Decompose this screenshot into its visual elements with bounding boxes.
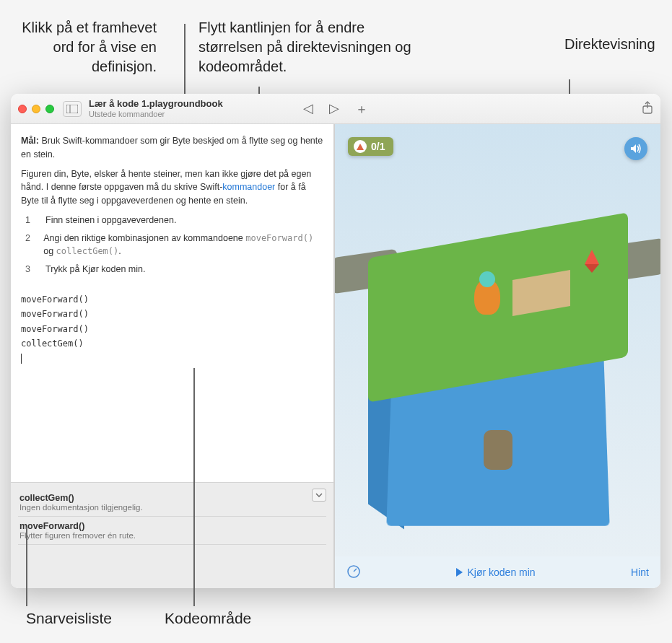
- hint-button[interactable]: Hint: [631, 567, 649, 578]
- game-world: [368, 206, 628, 517]
- run-code-button[interactable]: Kjør koden min: [456, 567, 535, 578]
- navigation-controls: ◁ ▷ ＋: [303, 100, 368, 118]
- glossary-link-kommandoer[interactable]: kommandoer: [222, 182, 275, 192]
- play-icon: [456, 568, 463, 577]
- live-view-bottom-bar: Kjør koden min Hint: [335, 556, 660, 588]
- code-editor[interactable]: moveForward() moveForward() moveForward(…: [11, 286, 333, 482]
- gem-counter: 0/1: [348, 137, 393, 156]
- callout-liveview: Direktevisning: [564, 35, 651, 54]
- gauge-icon: [346, 564, 361, 579]
- step-1: 1 Finn steinen i oppgaveverdenen.: [25, 214, 323, 227]
- waterfall-rock: [484, 430, 512, 470]
- text-cursor: [21, 354, 22, 364]
- minimize-button[interactable]: [32, 105, 40, 113]
- step-number: 3: [25, 263, 35, 276]
- code-line: collectGem(): [21, 336, 323, 351]
- callout-definition: Klikk på et framhevet ord for å vise en …: [12, 18, 157, 76]
- step-text: Angi den riktige kombinasjonen av komman…: [43, 232, 323, 259]
- shortcuts-toggle-button[interactable]: [312, 489, 326, 502]
- left-pane: Mål: Bruk Swift-kommandoer som gir Byte …: [11, 124, 335, 588]
- close-button[interactable]: [18, 105, 27, 113]
- code-token-collectgem: collectGem(): [56, 246, 119, 256]
- add-page-button[interactable]: ＋: [355, 100, 368, 118]
- goal-text: Bruk Swift-kommandoer som gir Byte beskj…: [21, 136, 323, 159]
- instructions-area: Mål: Bruk Swift-kommandoer som gir Byte …: [11, 124, 333, 286]
- shortcut-name: moveForward(): [19, 521, 325, 531]
- window-title: Lær å kode 1.playgroundbook: [89, 99, 223, 109]
- step-number: 1: [25, 214, 35, 227]
- code-cursor-line: [21, 351, 323, 365]
- window-controls: [18, 105, 54, 113]
- svg-marker-4: [631, 144, 636, 153]
- callout-resize: Flytt kantlinjen for å endre størrelsen …: [198, 18, 429, 76]
- code-token-moveforward: moveForward(): [245, 233, 313, 243]
- byte-character: [469, 271, 505, 322]
- character-head: [479, 271, 495, 287]
- svg-line-6: [354, 569, 357, 572]
- step-text: Finn steinen i oppgaveverdenen.: [45, 214, 176, 227]
- zoom-button[interactable]: [45, 105, 54, 113]
- callout-line-codearea: [193, 368, 195, 606]
- shortcut-item-moveforward[interactable]: moveForward() Flytter figuren fremover é…: [18, 517, 326, 545]
- share-button[interactable]: [642, 101, 653, 117]
- step2-end: .: [118, 246, 121, 256]
- svg-rect-0: [66, 105, 78, 113]
- title-stack: Lær å kode 1.playgroundbook Utstede komm…: [89, 99, 223, 118]
- sound-toggle-button[interactable]: [624, 137, 647, 160]
- step-number: 2: [25, 232, 33, 259]
- share-icon: [642, 101, 653, 114]
- goal-label: Mål:: [21, 136, 39, 146]
- callout-line-shortcuts: [26, 527, 27, 606]
- code-line: moveForward(): [21, 307, 323, 321]
- titlebar: Lær å kode 1.playgroundbook Utstede komm…: [11, 94, 660, 124]
- intro-paragraph: Figuren din, Byte, elsker å hente steine…: [21, 167, 323, 208]
- code-line: moveForward(): [21, 292, 323, 307]
- goal-paragraph: Mål: Bruk Swift-kommandoer som gir Byte …: [21, 134, 323, 162]
- step-text: Trykk på Kjør koden min.: [45, 263, 145, 276]
- shortcut-item-collectgem[interactable]: collectGem() Ingen dokumentasjon tilgjen…: [18, 489, 326, 517]
- code-line: moveForward(): [21, 322, 323, 336]
- step-2: 2 Angi den riktige kombinasjonen av komm…: [25, 232, 323, 259]
- step2-mid: og: [43, 246, 56, 256]
- window-subtitle: Utstede kommandoer: [89, 110, 223, 118]
- step2-text-a: Angi den riktige kombinasjonen av komman…: [43, 233, 245, 243]
- callout-shortcuts: Snarveisliste: [26, 610, 112, 627]
- sidebar-toggle-button[interactable]: [63, 101, 82, 117]
- gem-object: [585, 250, 599, 264]
- shortcut-name: collectGem(): [19, 493, 325, 503]
- window-body: Mål: Bruk Swift-kommandoer som gir Byte …: [11, 124, 660, 588]
- callout-codearea: Kodeområde: [165, 610, 251, 627]
- shortcut-desc: Ingen dokumentasjon tilgjengelig.: [19, 503, 325, 512]
- shortcuts-bar: collectGem() Ingen dokumentasjon tilgjen…: [11, 482, 333, 588]
- live-view-scene[interactable]: 0/1: [335, 124, 660, 556]
- speaker-icon: [630, 144, 642, 154]
- prev-page-button[interactable]: ◁: [303, 100, 313, 118]
- app-window: Lær å kode 1.playgroundbook Utstede komm…: [11, 94, 660, 588]
- step-list: 1 Finn steinen i oppgaveverdenen. 2 Angi…: [21, 214, 323, 276]
- chevron-down-icon: [315, 492, 323, 498]
- live-view-pane: 0/1: [335, 124, 660, 588]
- sidebar-icon: [66, 105, 78, 113]
- run-button-label: Kjør koden min: [467, 567, 535, 578]
- speed-control-button[interactable]: [346, 564, 361, 581]
- shortcut-desc: Flytter figuren fremover én rute.: [19, 531, 325, 540]
- gem-counter-value: 0/1: [371, 141, 385, 152]
- step-3: 3 Trykk på Kjør koden min.: [25, 263, 323, 276]
- next-page-button[interactable]: ▷: [329, 100, 339, 118]
- gem-icon: [354, 140, 367, 153]
